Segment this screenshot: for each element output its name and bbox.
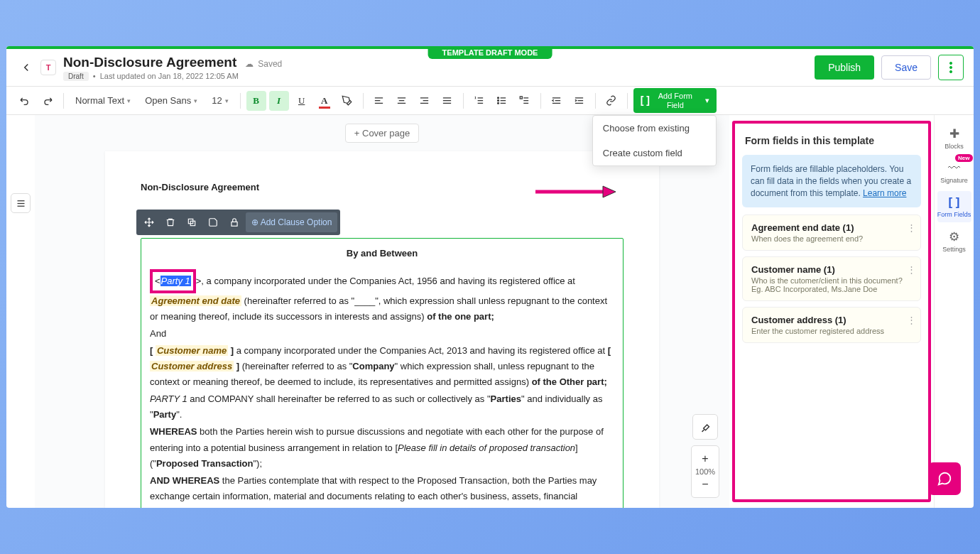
puzzle-icon: ✚ <box>937 126 971 141</box>
chat-fab-button[interactable] <box>928 462 961 495</box>
brackets-icon: [ ] <box>641 95 650 106</box>
svg-point-19 <box>498 97 499 99</box>
svg-point-0 <box>949 62 952 64</box>
party1-field-highlight[interactable]: <Party 1 <box>150 269 196 293</box>
panel-title: Form fields in this template <box>739 131 924 155</box>
add-form-field-button[interactable]: [ ] Add Form Field ▾ <box>633 88 717 112</box>
copy-clause-button[interactable] <box>182 212 202 232</box>
publish-button[interactable]: Publish <box>815 55 874 80</box>
svg-text:1: 1 <box>474 96 476 99</box>
right-rail: ✚ Blocks New 〰 Signature [ ] Form Fields… <box>934 115 974 508</box>
rail-settings[interactable]: ⚙ Settings <box>937 225 971 257</box>
redo-button[interactable] <box>38 91 58 111</box>
back-button[interactable] <box>16 58 36 77</box>
delete-clause-button[interactable] <box>160 212 180 232</box>
font-select[interactable]: Open Sans▾ <box>139 92 203 109</box>
document-canvas[interactable]: + Cover page Non-Disclosure Agreement , … <box>35 115 729 508</box>
choose-existing-option[interactable]: Choose from existing <box>593 116 716 141</box>
annotation-arrow <box>532 185 617 199</box>
form-field-card[interactable]: Agreement end date (1) When does the agr… <box>742 214 921 251</box>
cloud-icon: ☁ <box>245 59 254 69</box>
draft-badge: Draft <box>63 72 89 81</box>
field-menu-button[interactable]: ⋮ <box>907 315 916 325</box>
paint-format-button[interactable] <box>692 414 718 440</box>
mode-indicator: TEMPLATE DRAFT MODE <box>6 46 974 49</box>
text-style-select[interactable]: Normal Text▾ <box>70 92 136 109</box>
form-field-card[interactable]: Customer name (1) Who is the cutomer/cli… <box>742 256 921 301</box>
brackets-icon: [ ] <box>937 195 971 210</box>
signature-icon: 〰 <box>937 161 971 175</box>
clause-toolbar: ⊕ Add Clause Option <box>136 210 340 235</box>
svg-marker-42 <box>603 186 616 197</box>
add-field-dropdown: Choose from existing Create custom field <box>592 115 717 166</box>
indent-increase-button[interactable] <box>570 91 589 111</box>
undo-button[interactable] <box>15 91 35 111</box>
add-cover-page-button[interactable]: + Cover page <box>345 124 419 143</box>
customer-address-field[interactable]: Customer address <box>150 361 234 371</box>
formatting-toolbar: Normal Text▾ Open Sans▾ 12▾ B I U A 1 <box>6 87 974 115</box>
learn-more-link[interactable]: Learn more <box>863 188 906 198</box>
bullet-list-button[interactable] <box>492 91 512 111</box>
zoom-in-button[interactable]: + <box>695 450 715 467</box>
highlight-button[interactable] <box>337 91 357 111</box>
lock-clause-button[interactable] <box>224 212 244 232</box>
svg-point-2 <box>949 70 952 72</box>
customer-name-field[interactable]: Customer name <box>156 345 228 356</box>
move-clause-button[interactable] <box>139 212 159 232</box>
svg-rect-40 <box>232 222 237 227</box>
checklist-button[interactable] <box>515 91 535 111</box>
outline-toggle-button[interactable] <box>11 193 31 213</box>
numbered-list-button[interactable]: 1 <box>469 91 489 111</box>
between-heading: By and Between <box>150 246 614 261</box>
indent-decrease-button[interactable] <box>547 91 567 111</box>
underline-button[interactable]: U <box>292 91 312 111</box>
field-menu-button[interactable]: ⋮ <box>907 264 916 275</box>
align-justify-button[interactable] <box>437 91 457 111</box>
panel-info: Form fields are fillable placeholders. Y… <box>742 155 921 207</box>
save-clause-button[interactable] <box>203 212 223 232</box>
saved-indicator: ☁ Saved <box>245 59 282 69</box>
align-left-button[interactable] <box>369 91 389 111</box>
svg-point-1 <box>949 66 952 68</box>
mode-badge: TEMPLATE DRAFT MODE <box>428 46 552 59</box>
rail-form-fields[interactable]: [ ] Form Fields <box>937 191 971 222</box>
add-clause-option-button[interactable]: ⊕ Add Clause Option <box>246 212 337 232</box>
form-field-card[interactable]: Customer address (1) Enter the customer … <box>742 307 921 343</box>
text-color-button[interactable]: A <box>315 91 334 111</box>
zoom-out-button[interactable]: − <box>695 476 715 493</box>
font-size-select[interactable]: 12▾ <box>206 92 234 109</box>
svg-point-20 <box>498 100 499 102</box>
more-menu-button[interactable] <box>938 55 964 80</box>
field-menu-button[interactable]: ⋮ <box>907 222 916 233</box>
document-title[interactable]: Non-Disclosure Agreement <box>63 55 236 70</box>
zoom-percent: 100% <box>695 467 715 476</box>
save-button[interactable]: Save <box>881 55 931 80</box>
rail-signature[interactable]: New 〰 Signature <box>937 157 971 188</box>
rail-blocks[interactable]: ✚ Blocks <box>937 122 971 154</box>
align-center-button[interactable] <box>392 91 412 111</box>
link-button[interactable] <box>601 91 621 111</box>
doc-type-icon: T <box>40 60 56 75</box>
last-updated-text: Last updated on Jan 18, 2022 12:05 AM <box>100 72 239 80</box>
agreement-end-field[interactable]: Agreement end date <box>150 295 241 306</box>
chevron-down-icon: ▾ <box>705 96 709 104</box>
svg-rect-25 <box>520 97 522 99</box>
svg-point-21 <box>498 102 499 104</box>
gear-icon: ⚙ <box>937 229 971 244</box>
italic-button[interactable]: I <box>269 91 289 111</box>
align-right-button[interactable] <box>415 91 435 111</box>
bold-button[interactable]: B <box>246 91 266 111</box>
form-fields-panel: Form fields in this template Form fields… <box>732 121 931 502</box>
new-badge: New <box>955 154 972 162</box>
create-custom-option[interactable]: Create custom field <box>593 141 716 165</box>
clause-content[interactable]: By and Between <Party 1>, a company inco… <box>141 238 624 508</box>
